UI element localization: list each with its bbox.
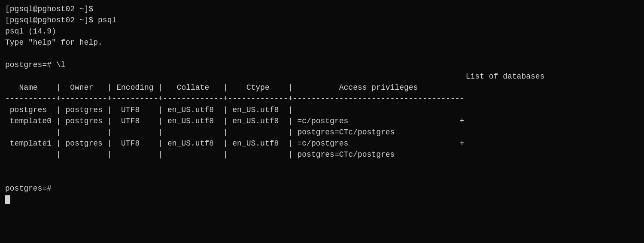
table-title: List of databases: [5, 71, 639, 82]
history-line-2: [pgsql@pghost02 ~]$ psql: [5, 15, 639, 26]
table-separator: -----------+----------+----------+------…: [5, 93, 639, 104]
blank-line-3: [5, 171, 639, 182]
cursor-block: [5, 195, 10, 204]
active-prompt: [5, 194, 639, 205]
row-template1-a: template1 | postgres | UTF8 | en_US.utf8…: [5, 138, 639, 149]
prompt-1: postgres=#: [5, 183, 639, 194]
table-header: Name | Owner | Encoding | Collate | Ctyp…: [5, 82, 639, 93]
psql-command: postgres=# \l: [5, 59, 639, 70]
blank-line-2: [5, 160, 639, 171]
row-template0-a: template0 | postgres | UTF8 | en_US.utf8…: [5, 115, 639, 127]
terminal[interactable]: [pgsql@pghost02 ~]$ [pgsql@pghost02 ~]$ …: [5, 3, 639, 240]
psql-version: psql (14.9): [5, 26, 639, 37]
row-postgres: postgres | postgres | UTF8 | en_US.utf8 …: [5, 104, 639, 115]
history-line-1: [pgsql@pghost02 ~]$: [5, 3, 639, 15]
row-template1-b: | | | | | postgres=CTc/postgres: [5, 149, 639, 160]
blank-line-1: [5, 48, 639, 59]
row-template0-b: | | | | | postgres=CTc/postgres: [5, 127, 639, 138]
help-hint: Type "help" for help.: [5, 37, 639, 48]
